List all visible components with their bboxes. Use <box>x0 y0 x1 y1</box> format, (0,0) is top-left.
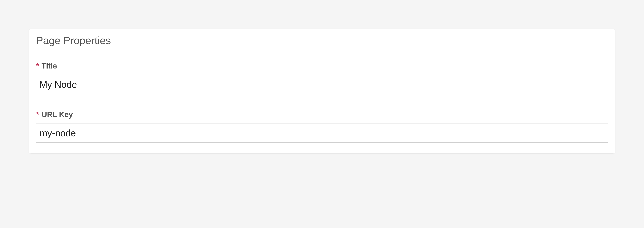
title-field-group: * Title <box>36 62 608 94</box>
title-input[interactable] <box>36 75 608 94</box>
required-star-icon: * <box>36 62 39 70</box>
title-label: * Title <box>36 62 608 70</box>
required-star-icon: * <box>36 111 39 118</box>
page-properties-panel: Page Properties * Title * URL Key <box>29 29 615 154</box>
panel-heading: Page Properties <box>36 34 608 46</box>
title-label-text: Title <box>42 62 57 70</box>
url-key-input[interactable] <box>36 124 608 143</box>
url-key-label: * URL Key <box>36 110 608 119</box>
url-key-field-group: * URL Key <box>36 110 608 143</box>
url-key-label-text: URL Key <box>42 110 73 119</box>
